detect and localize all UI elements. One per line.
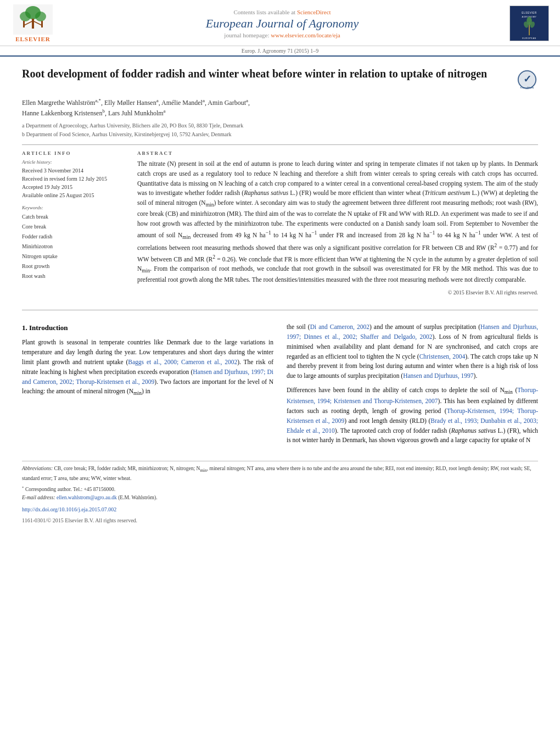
article-content: Root development of fodder radish and wi…	[0, 57, 560, 305]
crossmark-badge[interactable]: ✓ CrossMark	[516, 69, 538, 91]
svg-point-2	[20, 12, 31, 21]
keywords-list: Catch break Core break Fodder radish Min…	[22, 212, 121, 281]
crossmark-icon: ✓ CrossMark	[516, 69, 538, 91]
keyword-3: Fodder radish	[22, 232, 121, 242]
footnote-area: Abbreviations: CB, core break; FR, fodde…	[22, 461, 538, 502]
history-label: Article history:	[22, 159, 121, 165]
revised-date: Received in revised form 12 July 2015	[22, 175, 121, 183]
svg-text:EUROPEAN: EUROPEAN	[522, 37, 536, 40]
section1-title: Introduction	[29, 323, 68, 332]
section1-number: 1.	[22, 323, 27, 332]
svg-text:✓: ✓	[523, 74, 531, 85]
section1-heading: 1. Introduction	[22, 322, 273, 333]
authors-text: Ellen Margrethe Wahlströma,*, Elly Mølle…	[22, 99, 250, 107]
keyword-7: Root wash	[22, 271, 121, 281]
svg-rect-6	[41, 21, 43, 27]
svg-point-3	[35, 12, 46, 21]
sciencedirect-link[interactable]: ScienceDirect	[297, 9, 331, 15]
keyword-5: Nitrogen uptake	[22, 252, 121, 261]
issn-text: 1161-0301/© 2015 Elsevier B.V. All right…	[22, 517, 137, 523]
sciencedirect-prefix: Contents lists available at	[233, 9, 296, 15]
abbreviations-footnote: Abbreviations: CB, core break; FR, fodde…	[22, 465, 538, 483]
email-link[interactable]: ellen.wahlstrom@agro.au.dk	[57, 495, 117, 500]
keywords-label: Keywords:	[22, 205, 121, 210]
elsevier-tree-icon	[13, 4, 53, 35]
ref-di-cameron[interactable]: Di and Cameron, 2002	[310, 323, 369, 330]
svg-text:ELSEVIER: ELSEVIER	[522, 12, 537, 14]
available-date: Available online 25 August 2015	[22, 191, 121, 199]
authors-text2: Hanne Lakkenborg Kristensenb, Lars Juhl …	[22, 109, 166, 117]
elsevier-label: ELSEVIER	[15, 36, 51, 42]
affiliation-b: b Department of Food Science, Aarhus Uni…	[22, 130, 538, 139]
keyword-2: Core break	[22, 222, 121, 232]
svg-rect-5	[23, 21, 25, 27]
abbreviations-text: CB, core break; FR, fodder radish; MR, m…	[22, 466, 531, 481]
ref-baggs[interactable]: Baggs et al., 2000; Cameron et al., 2002	[128, 359, 237, 365]
page: ELSEVIER Contents lists available at Sci…	[0, 0, 560, 742]
sciencedirect-line: Contents lists available at ScienceDirec…	[55, 9, 509, 15]
body-two-col: 1. Introduction Plant growth is seasonal…	[22, 322, 538, 450]
journal-reference: Europ. J. Agronomy 71 (2015) 1–9	[0, 46, 560, 57]
agronomy-logo: ELSEVIER AGRONOMY EUROPEAN	[509, 5, 549, 41]
received-date: Received 3 November 2014	[22, 166, 121, 175]
abstract-text: The nitrate (N) present in soil at the e…	[137, 159, 538, 285]
divider-1	[22, 144, 538, 145]
journal-homepage-line: journal homepage: www.elsevier.com/locat…	[55, 32, 509, 38]
keyword-6: Root growth	[22, 261, 121, 271]
agronomy-logo-icon: ELSEVIER AGRONOMY EUROPEAN	[509, 6, 549, 41]
intro-paragraph-2: the soil (Di and Cameron, 2002) and the …	[287, 322, 538, 381]
body-col-left: 1. Introduction Plant growth is seasonal…	[22, 322, 273, 450]
affiliations: a Department of Agroecology, Aarhus Univ…	[22, 121, 538, 139]
svg-rect-4	[32, 19, 34, 29]
article-info-abstract: ARTICLE INFO Article history: Received 3…	[22, 150, 538, 295]
journal-info-center: Contents lists available at ScienceDirec…	[55, 9, 509, 38]
homepage-link[interactable]: www.elsevier.com/locate/eja	[271, 32, 340, 38]
ref-hansen-2[interactable]: Hansen and Djurhuus, 1997	[403, 372, 473, 379]
affiliation-a: a Department of Agroecology, Aarhus Univ…	[22, 121, 538, 130]
article-info-label: ARTICLE INFO	[22, 150, 121, 156]
email-label: E-mail address:	[22, 495, 55, 500]
journal-title: European Journal of Agronomy	[55, 16, 509, 31]
abstract-label: ABSTRACT	[137, 150, 538, 156]
keyword-1: Catch break	[22, 212, 121, 222]
journal-header: ELSEVIER Contents lists available at Sci…	[0, 0, 560, 46]
email-name: (E.M. Wahlström).	[118, 495, 157, 500]
keyword-4: Minirhizotron	[22, 242, 121, 252]
divider-2	[22, 310, 538, 310]
article-title-text: Root development of fodder radish and wi…	[22, 66, 516, 81]
svg-text:CrossMark: CrossMark	[520, 86, 534, 89]
ref-hansen-djurhuus[interactable]: Hansen and Djurhuus, 1997; Di and Camero…	[22, 369, 273, 385]
corresponding-label: Corresponding author. Tel.: +45 87156000…	[25, 487, 115, 492]
doi-line: http://dx.doi.org/10.1016/j.eja.2015.07.…	[0, 503, 560, 515]
article-info-column: ARTICLE INFO Article history: Received 3…	[22, 150, 121, 295]
accepted-date: Accepted 19 July 2015	[22, 183, 121, 191]
abstract-copyright: © 2015 Elsevier B.V. All rights reserved…	[137, 289, 538, 295]
body-col-right: the soil (Di and Cameron, 2002) and the …	[287, 322, 538, 450]
body-content: 1. Introduction Plant growth is seasonal…	[0, 315, 560, 450]
keywords-group: Keywords: Catch break Core break Fodder …	[22, 205, 121, 281]
authors-line: Ellen Margrethe Wahlströma,*, Elly Mølle…	[22, 97, 538, 118]
corresponding-author-footnote: * Corresponding author. Tel.: +45 871560…	[22, 485, 538, 494]
article-title-block: Root development of fodder radish and wi…	[22, 66, 538, 91]
abbreviations-label: Abbreviations:	[22, 466, 53, 471]
elsevier-logo: ELSEVIER	[11, 4, 55, 42]
doi-link[interactable]: http://dx.doi.org/10.1016/j.eja.2015.07.…	[22, 506, 116, 512]
intro-paragraph-1: Plant growth is seasonal in temperate co…	[22, 338, 273, 398]
issn-line: 1161-0301/© 2015 Elsevier B.V. All right…	[0, 515, 560, 530]
email-footnote: E-mail address: ellen.wahlstrom@agro.au.…	[22, 494, 538, 502]
intro-paragraph-3: Differences have been found in the abili…	[287, 386, 538, 445]
ref-christensen[interactable]: Christensen, 2004	[419, 353, 466, 360]
abstract-column: ABSTRACT The nitrate (N) present in soil…	[137, 150, 538, 295]
homepage-prefix: journal homepage:	[224, 32, 271, 38]
article-history: Article history: Received 3 November 201…	[22, 159, 121, 199]
ref-thorup-1994[interactable]: Thorup-Kristensen, 1994; Kristensen and …	[287, 387, 538, 404]
